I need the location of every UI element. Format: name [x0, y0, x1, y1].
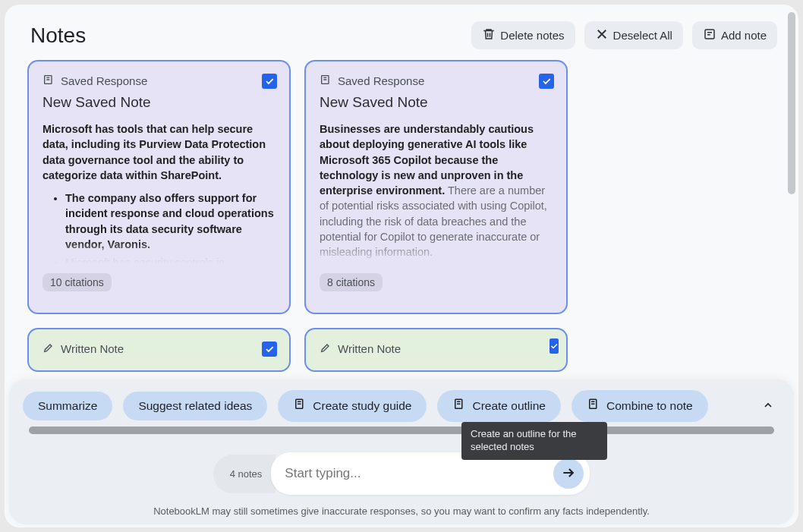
input-row: 4 notes — [23, 452, 780, 495]
note-type-label: Saved Response — [338, 74, 424, 87]
doc-icon — [452, 398, 466, 414]
suggest-ideas-chip[interactable]: Suggest related ideas — [123, 392, 267, 420]
combine-to-note-chip[interactable]: Combine to note — [572, 390, 708, 422]
saved-response-icon — [43, 74, 55, 88]
create-study-guide-chip[interactable]: Create study guide — [278, 390, 427, 422]
trash-icon — [482, 27, 496, 43]
delete-notes-button[interactable]: Delete notes — [471, 21, 575, 49]
pencil-icon — [320, 342, 332, 356]
note-count-badge: 4 notes — [213, 455, 276, 493]
chevron-up-icon — [762, 399, 774, 414]
chip-label: Create study guide — [313, 399, 411, 413]
note-body: Businesses are understandably cautious a… — [320, 121, 553, 264]
toolbar: Delete notes Deselect All Add note — [471, 21, 777, 49]
header: Notes Delete notes Deselect All Add note — [5, 5, 798, 57]
note-checkbox[interactable] — [262, 74, 277, 89]
note-type-row: Saved Response — [320, 74, 553, 88]
note-checkbox[interactable] — [262, 342, 277, 357]
note-title: New Saved Note — [320, 94, 553, 111]
note-card[interactable]: Saved Response New Saved Note Businesses… — [304, 60, 568, 314]
note-type-label: Written Note — [61, 342, 124, 355]
app-window: Notes Delete notes Deselect All Add note — [5, 5, 798, 527]
collapse-chips-button[interactable] — [756, 394, 780, 418]
chip-label: Create outline — [472, 399, 546, 413]
deselect-label: Deselect All — [613, 29, 672, 42]
note-type-label: Written Note — [338, 342, 401, 355]
doc-icon — [293, 398, 307, 414]
deselect-all-button[interactable]: Deselect All — [584, 21, 683, 49]
citation-badge[interactable]: 8 citations — [320, 273, 383, 291]
note-card[interactable]: Written Note — [304, 328, 568, 372]
note-type-row: Saved Response — [43, 74, 276, 88]
saved-response-icon — [320, 74, 332, 88]
doc-icon — [587, 398, 600, 414]
note-body-bold: Microsoft has tools that can help secure… — [43, 123, 266, 181]
citation-badge[interactable]: 10 citations — [43, 273, 112, 291]
summarize-chip[interactable]: Summarize — [23, 392, 112, 420]
delete-label: Delete notes — [500, 29, 564, 42]
chip-label: Combine to note — [606, 399, 693, 413]
note-body: Microsoft has tools that can help secure… — [43, 121, 276, 264]
note-type-row: Written Note — [320, 342, 553, 356]
chips-row: Summarize Suggest related ideas Create s… — [23, 390, 780, 422]
add-label: Add note — [721, 29, 767, 42]
send-button[interactable] — [553, 458, 584, 489]
note-type-label: Saved Response — [61, 74, 147, 87]
fade-overlay — [320, 241, 553, 264]
tooltip: Create an outline for the selected notes — [461, 422, 607, 460]
chip-label: Suggest related ideas — [138, 399, 252, 413]
horizontal-scrollbar[interactable] — [29, 427, 774, 434]
note-type-row: Written Note — [43, 342, 276, 356]
page-title: Notes — [30, 24, 86, 48]
pencil-icon — [43, 342, 55, 356]
chat-input[interactable] — [285, 466, 553, 481]
note-checkbox[interactable] — [539, 74, 554, 89]
note-card[interactable]: Written Note — [27, 328, 291, 372]
arrow-right-icon — [561, 465, 576, 483]
chip-label: Summarize — [38, 399, 97, 413]
note-checkbox[interactable] — [550, 338, 559, 354]
close-icon — [595, 27, 609, 43]
create-outline-chip[interactable]: Create outline — [437, 390, 561, 422]
note-add-icon — [703, 27, 716, 43]
notes-grid: Saved Response New Saved Note Microsoft … — [5, 57, 798, 372]
note-title: New Saved Note — [43, 94, 276, 111]
add-note-button[interactable]: Add note — [692, 21, 777, 49]
bottom-panel: Summarize Suggest related ideas Create s… — [9, 379, 794, 524]
note-card[interactable]: Saved Response New Saved Note Microsoft … — [27, 60, 291, 314]
fade-overlay — [43, 241, 276, 264]
vertical-scrollbar[interactable] — [788, 12, 795, 194]
disclaimer-text: NotebookLM may still sometimes give inac… — [23, 505, 780, 517]
